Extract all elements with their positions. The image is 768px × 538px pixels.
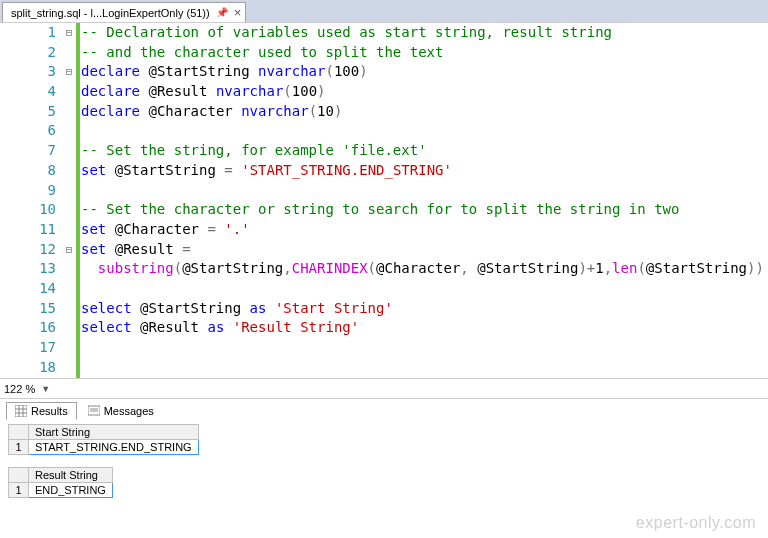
line-number: 2 xyxy=(0,43,60,63)
fold-toggle xyxy=(62,338,76,358)
svg-rect-0 xyxy=(15,405,27,417)
results-tab-bar: Results Messages xyxy=(0,398,768,420)
zoom-bar: 122 % ▼ xyxy=(0,378,768,398)
code-line[interactable]: set @Character = '.' xyxy=(81,220,768,240)
fold-toggle xyxy=(62,141,76,161)
code-line[interactable]: -- Set the string, for example 'file.ext… xyxy=(81,141,768,161)
code-line[interactable]: declare @StartString nvarchar(100) xyxy=(81,62,768,82)
file-tab[interactable]: split_string.sql - l...LoginExpertOnly (… xyxy=(2,2,246,22)
fold-toggle xyxy=(62,200,76,220)
code-line[interactable]: set @Result = xyxy=(81,240,768,260)
cell-value[interactable]: START_STRING.END_STRING xyxy=(29,440,199,455)
editor: 123456789101112131415161718 ⊟⊟⊟ -- Decla… xyxy=(0,22,768,378)
tab-bar: split_string.sql - l...LoginExpertOnly (… xyxy=(0,0,768,22)
line-number: 4 xyxy=(0,82,60,102)
line-number: 7 xyxy=(0,141,60,161)
code-line[interactable]: -- Set the character or string to search… xyxy=(81,200,768,220)
line-number: 15 xyxy=(0,299,60,319)
grid-icon xyxy=(15,405,27,417)
results-tab-label: Results xyxy=(31,405,68,417)
code-line[interactable]: select @StartString as 'Start String' xyxy=(81,299,768,319)
line-number: 6 xyxy=(0,121,60,141)
close-icon[interactable]: × xyxy=(234,6,242,19)
code-line[interactable] xyxy=(81,358,768,378)
line-number: 16 xyxy=(0,318,60,338)
fold-toggle xyxy=(62,102,76,122)
fold-toggle xyxy=(62,121,76,141)
line-number: 10 xyxy=(0,200,60,220)
code-line[interactable] xyxy=(81,338,768,358)
fold-toggle xyxy=(62,161,76,181)
row-header[interactable]: 1 xyxy=(9,440,29,455)
zoom-value: 122 % xyxy=(4,383,35,395)
grid-corner xyxy=(9,425,29,440)
fold-gutter[interactable]: ⊟⊟⊟ xyxy=(62,23,76,378)
column-header[interactable]: Start String xyxy=(29,425,199,440)
code-area[interactable]: -- Declaration of variables used as star… xyxy=(80,23,768,378)
line-number: 5 xyxy=(0,102,60,122)
result-grid[interactable]: Start String1START_STRING.END_STRING xyxy=(8,424,199,455)
code-line[interactable]: declare @Character nvarchar(10) xyxy=(81,102,768,122)
fold-toggle[interactable]: ⊟ xyxy=(62,23,76,43)
code-line[interactable]: select @Result as 'Result String' xyxy=(81,318,768,338)
line-number: 1 xyxy=(0,23,60,43)
row-header[interactable]: 1 xyxy=(9,483,29,498)
fold-toggle[interactable]: ⊟ xyxy=(62,240,76,260)
result-grid[interactable]: Result String1END_STRING xyxy=(8,467,113,498)
code-line[interactable]: substring(@StartString,CHARINDEX(@Charac… xyxy=(81,259,768,279)
code-line[interactable]: -- Declaration of variables used as star… xyxy=(81,23,768,43)
results-tab[interactable]: Results xyxy=(6,402,77,420)
line-number: 3 xyxy=(0,62,60,82)
messages-tab-label: Messages xyxy=(104,405,154,417)
code-line[interactable]: declare @Result nvarchar(100) xyxy=(81,82,768,102)
code-line[interactable] xyxy=(81,181,768,201)
line-number: 18 xyxy=(0,358,60,378)
line-number: 12 xyxy=(0,240,60,260)
code-line[interactable] xyxy=(81,121,768,141)
column-header[interactable]: Result String xyxy=(29,468,113,483)
results-grid-area: Start String1START_STRING.END_STRINGResu… xyxy=(0,420,768,498)
code-line[interactable] xyxy=(81,279,768,299)
fold-toggle xyxy=(62,318,76,338)
grid-corner xyxy=(9,468,29,483)
fold-toggle xyxy=(62,299,76,319)
fold-toggle xyxy=(62,82,76,102)
watermark: expert-only.com xyxy=(636,514,756,532)
fold-toggle xyxy=(62,358,76,378)
line-number: 8 xyxy=(0,161,60,181)
fold-toggle[interactable]: ⊟ xyxy=(62,62,76,82)
tab-title: split_string.sql - l...LoginExpertOnly (… xyxy=(11,7,210,19)
line-number: 14 xyxy=(0,279,60,299)
zoom-dropdown-icon[interactable]: ▼ xyxy=(41,384,50,394)
fold-toggle xyxy=(62,259,76,279)
fold-toggle xyxy=(62,279,76,299)
messages-icon xyxy=(88,405,100,417)
fold-toggle xyxy=(62,181,76,201)
line-number: 11 xyxy=(0,220,60,240)
code-line[interactable]: set @StartString = 'START_STRING.END_STR… xyxy=(81,161,768,181)
line-number-gutter: 123456789101112131415161718 xyxy=(0,23,62,378)
line-number: 13 xyxy=(0,259,60,279)
line-number: 9 xyxy=(0,181,60,201)
pin-icon[interactable]: 📌 xyxy=(216,7,228,18)
fold-toggle xyxy=(62,43,76,63)
messages-tab[interactable]: Messages xyxy=(79,402,163,420)
line-number: 17 xyxy=(0,338,60,358)
fold-toggle xyxy=(62,220,76,240)
code-line[interactable]: -- and the character used to split the t… xyxy=(81,43,768,63)
cell-value[interactable]: END_STRING xyxy=(29,483,113,498)
